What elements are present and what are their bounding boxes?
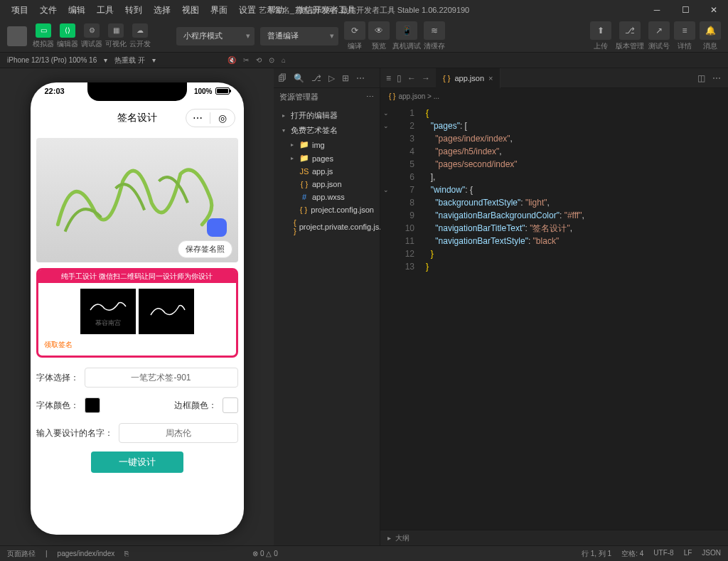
explorer-more-icon[interactable]: ⋯	[366, 92, 374, 102]
explorer-title: 资源管理器	[279, 92, 318, 102]
error-count[interactable]: ⊗ 0 △ 0	[252, 550, 277, 557]
menu-项目[interactable]: 项目	[6, 1, 34, 19]
visual-button[interactable]: ▦	[108, 23, 124, 38]
name-input[interactable]	[119, 423, 238, 443]
rotate-icon[interactable]: ⟲	[256, 56, 262, 64]
menu-选择[interactable]: 选择	[148, 1, 176, 19]
version-button[interactable]: ⎇	[619, 21, 641, 40]
font-color-swatch[interactable]	[85, 397, 100, 413]
compile-button[interactable]: ⟳	[344, 21, 365, 40]
copy-icon[interactable]: ⎘	[124, 550, 129, 557]
remote-debug-button[interactable]: 📱	[396, 21, 417, 40]
capsule-close-icon[interactable]: ◎	[210, 112, 235, 124]
messages-label: 消息	[703, 41, 717, 51]
search-tab-icon[interactable]: 🔍	[294, 73, 304, 83]
menu-设置[interactable]: 设置	[233, 1, 262, 19]
collect-link[interactable]: 领取签名	[41, 337, 233, 353]
home-icon[interactable]: ⌂	[282, 56, 286, 64]
run-tab-icon[interactable]: ▷	[328, 73, 335, 83]
cursor-position[interactable]: 行 1, 列 1	[582, 549, 611, 559]
preview-label: 预览	[372, 41, 386, 51]
font-color-label: 字体颜色：	[36, 400, 79, 412]
maximize-button[interactable]: ☐	[671, 0, 700, 20]
sample-2[interactable]	[139, 289, 194, 334]
sample-1[interactable]: 慕容南宫	[80, 289, 136, 334]
menu-文件[interactable]: 文件	[34, 1, 63, 19]
page-path[interactable]: pages/index/index	[58, 550, 115, 557]
left-arrow-icon[interactable]: ←	[407, 73, 416, 83]
mode-dropdown[interactable]: 小程序模式	[176, 27, 255, 46]
tab-more-icon[interactable]: ⋯	[712, 73, 721, 83]
indent-info[interactable]: 空格: 4	[621, 549, 643, 559]
preview-button[interactable]: 👁	[368, 21, 390, 40]
phone-frame: 22:03 100% 签名设计 ⋯◎ 保存签名照 纯手工设计 微信扫二维码让同一…	[31, 82, 244, 535]
branch-tab-icon[interactable]: ⎇	[311, 73, 321, 83]
capsule-menu-icon[interactable]: ⋯	[186, 112, 211, 124]
tree-item-pages[interactable]: ▸📁pages	[274, 151, 380, 165]
design-button[interactable]: 一键设计	[91, 452, 183, 473]
tree-item-app.wxss[interactable]: #app.wxss	[274, 191, 380, 203]
clear-cache-button[interactable]: ≋	[424, 21, 445, 40]
close-button[interactable]: ✕	[700, 0, 728, 20]
border-color-swatch[interactable]	[223, 397, 238, 413]
back-icon[interactable]: ⊙	[269, 56, 274, 64]
hot-reload-toggle[interactable]: 热重载 开	[114, 55, 145, 65]
device-selector[interactable]: iPhone 12/13 (Pro) 100% 16	[7, 56, 97, 64]
font-label: 字体选择：	[36, 372, 79, 384]
encoding[interactable]: UTF-8	[653, 549, 673, 559]
tab-close-icon[interactable]: ×	[488, 74, 493, 82]
code-area[interactable]: ⌄⌄⌄ 12345678910111213 { "pages": [ "page…	[380, 104, 728, 530]
ios-time: 22:03	[45, 87, 65, 95]
cloud-button[interactable]: ☁	[132, 23, 148, 38]
explorer-header: 资源管理器 ⋯	[274, 88, 380, 105]
menu-转到[interactable]: 转到	[119, 1, 148, 19]
screenshot-icon[interactable]: ✂	[243, 56, 249, 64]
tree-item-project.private.config.js...[interactable]: { }project.private.config.js...	[274, 216, 380, 237]
eol[interactable]: LF	[684, 549, 692, 559]
ext-tab-icon[interactable]: ⊞	[342, 73, 349, 83]
font-select[interactable]	[85, 368, 238, 388]
files-tab-icon[interactable]: 🗐	[278, 73, 287, 83]
ios-battery-text: 100%	[194, 87, 213, 95]
breadcrumb[interactable]: { }app.json > ...	[380, 88, 728, 104]
language[interactable]: JSON	[702, 549, 721, 559]
mute-icon[interactable]: 🔇	[228, 56, 236, 64]
avatar[interactable]	[7, 26, 27, 46]
tree-item-免费艺术签名[interactable]: ▾免费艺术签名	[274, 123, 380, 138]
debugger-button[interactable]: ⚙	[84, 23, 100, 38]
json-icon: { }	[443, 74, 450, 82]
tree-item-app.js[interactable]: JSapp.js	[274, 165, 380, 178]
tree-item-打开的编辑器[interactable]: ▸打开的编辑器	[274, 108, 380, 123]
editor-tab[interactable]: { } app.json ×	[436, 68, 500, 88]
nav-back-icon[interactable]: ≡	[386, 73, 391, 83]
tree-item-project.config.json[interactable]: { }project.config.json	[274, 203, 380, 216]
right-arrow-icon[interactable]: →	[422, 73, 430, 83]
tree-item-img[interactable]: ▸📁img	[274, 138, 380, 151]
split-icon[interactable]: ◫	[697, 73, 705, 83]
test-button[interactable]: ↗	[648, 21, 670, 40]
camera-icon[interactable]	[207, 218, 227, 237]
explorer-tabs: 🗐 🔍 ⎇ ▷ ⊞ ⋯	[274, 68, 380, 88]
capsule-button[interactable]: ⋯◎	[186, 109, 235, 127]
tree-item-app.json[interactable]: { }app.json	[274, 178, 380, 191]
menu-工具[interactable]: 工具	[91, 1, 119, 19]
menu-编辑[interactable]: 编辑	[63, 1, 91, 19]
messages-button[interactable]: 🔔	[700, 21, 721, 40]
minimize-button[interactable]: ─	[643, 0, 671, 20]
save-photo-button[interactable]: 保存签名照	[178, 240, 232, 258]
signature-canvas[interactable]: 保存签名照	[36, 138, 238, 262]
page-path-label: 页面路径	[7, 549, 36, 559]
outline-panel[interactable]: ▸大纲	[380, 530, 728, 545]
editor-button[interactable]: ⟨⟩	[60, 23, 75, 38]
compile-dropdown[interactable]: 普通编译	[260, 27, 338, 46]
bookmark-icon[interactable]: ▯	[397, 73, 402, 83]
more-tab-icon[interactable]: ⋯	[356, 73, 365, 83]
details-button[interactable]: ≡	[674, 21, 695, 40]
outline-label: 大纲	[395, 533, 410, 543]
simulator-button[interactable]: ▭	[36, 23, 51, 38]
app-body: 保存签名照 纯手工设计 微信扫二维码让同一设计师为你设计 慕容南宫 领取签名 字…	[31, 132, 244, 535]
menu-界面[interactable]: 界面	[205, 1, 233, 19]
upload-button[interactable]: ⬆	[590, 21, 611, 40]
battery-icon	[215, 87, 230, 95]
menu-视图[interactable]: 视图	[176, 1, 205, 19]
